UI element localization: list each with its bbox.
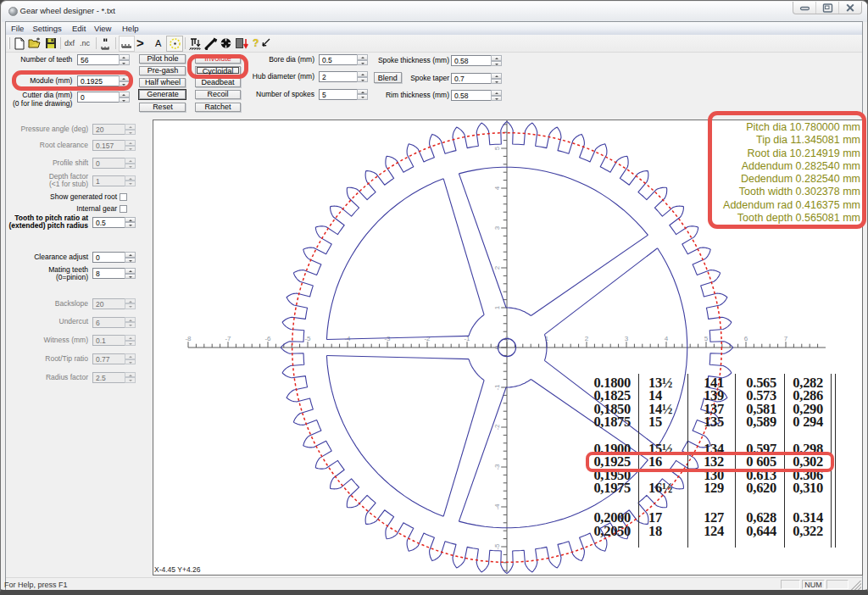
svg-text:0: 0 bbox=[493, 345, 501, 349]
svg-text:-5: -5 bbox=[304, 335, 311, 342]
svg-text:-2: -2 bbox=[424, 335, 431, 342]
svg-text:4: 4 bbox=[493, 186, 501, 190]
svg-text:-5: -5 bbox=[493, 543, 501, 550]
svg-text:3: 3 bbox=[493, 225, 501, 230]
svg-text:4: 4 bbox=[665, 335, 669, 342]
svg-text:7: 7 bbox=[784, 335, 788, 342]
svg-text:-3: -3 bbox=[384, 335, 391, 342]
svg-text:5: 5 bbox=[493, 146, 501, 150]
svg-text:-6: -6 bbox=[264, 335, 271, 342]
svg-text:3: 3 bbox=[625, 335, 629, 342]
svg-text:5: 5 bbox=[704, 335, 709, 342]
svg-text:2: 2 bbox=[493, 265, 501, 270]
svg-text:-7: -7 bbox=[225, 335, 231, 342]
svg-text:6: 6 bbox=[744, 335, 748, 342]
svg-text:2: 2 bbox=[585, 335, 589, 342]
svg-text:1: 1 bbox=[493, 305, 501, 309]
svg-text:-8: -8 bbox=[185, 335, 192, 342]
